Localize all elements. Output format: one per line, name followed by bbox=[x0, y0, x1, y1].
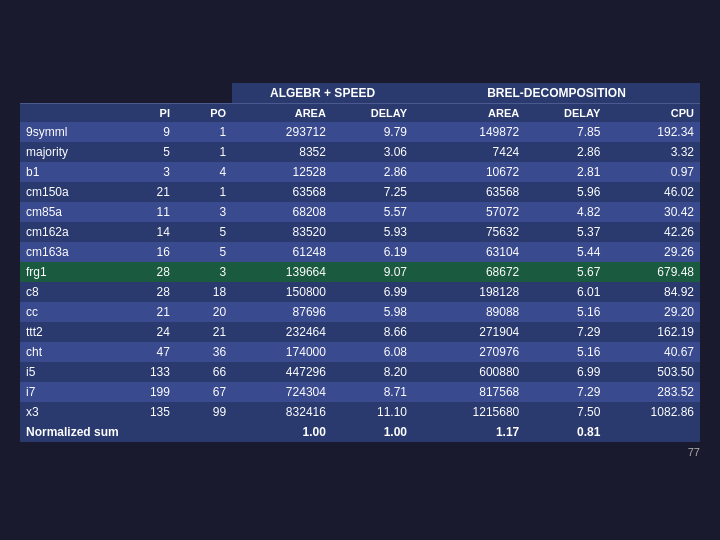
row-area2: 271904 bbox=[413, 322, 525, 342]
row-cpu: 40.67 bbox=[606, 342, 700, 362]
empty-col1 bbox=[20, 83, 232, 104]
row-name: cm150a bbox=[20, 182, 120, 202]
row-po: 66 bbox=[176, 362, 232, 382]
row-cpu: 46.02 bbox=[606, 182, 700, 202]
row-delay2: 5.16 bbox=[525, 302, 606, 322]
row-name: frg1 bbox=[20, 262, 120, 282]
row-delay1: 2.86 bbox=[332, 162, 413, 182]
row-name: x3 bbox=[20, 402, 120, 422]
table-row: 9symml912937129.791498727.85192.34 bbox=[20, 122, 700, 142]
row-area2: 89088 bbox=[413, 302, 525, 322]
row-name: i7 bbox=[20, 382, 120, 402]
row-po: 18 bbox=[176, 282, 232, 302]
row-pi: 135 bbox=[120, 402, 176, 422]
row-cpu: 29.26 bbox=[606, 242, 700, 262]
row-area1: 87696 bbox=[232, 302, 332, 322]
row-po: 4 bbox=[176, 162, 232, 182]
col-area2: AREA bbox=[413, 103, 525, 122]
row-po: 3 bbox=[176, 262, 232, 282]
row-po: 21 bbox=[176, 322, 232, 342]
row-delay1: 8.71 bbox=[332, 382, 413, 402]
table-row: cc2120876965.98890885.1629.20 bbox=[20, 302, 700, 322]
row-area1: 68208 bbox=[232, 202, 332, 222]
row-po: 1 bbox=[176, 142, 232, 162]
row-pi: 199 bbox=[120, 382, 176, 402]
row-delay1: 9.07 bbox=[332, 262, 413, 282]
row-area1: 832416 bbox=[232, 402, 332, 422]
row-delay2: 5.96 bbox=[525, 182, 606, 202]
footer-area1: 1.00 bbox=[232, 422, 332, 442]
row-area2: 10672 bbox=[413, 162, 525, 182]
table-row: c828181508006.991981286.0184.92 bbox=[20, 282, 700, 302]
row-delay2: 5.44 bbox=[525, 242, 606, 262]
col-delay1: DELAY bbox=[332, 103, 413, 122]
table-row: cm85a113682085.57570724.8230.42 bbox=[20, 202, 700, 222]
row-name: cht bbox=[20, 342, 120, 362]
row-delay1: 5.57 bbox=[332, 202, 413, 222]
row-cpu: 1082.86 bbox=[606, 402, 700, 422]
row-area1: 61248 bbox=[232, 242, 332, 262]
row-delay1: 7.25 bbox=[332, 182, 413, 202]
row-pi: 21 bbox=[120, 182, 176, 202]
row-cpu: 283.52 bbox=[606, 382, 700, 402]
row-cpu: 162.19 bbox=[606, 322, 700, 342]
table-row: i5133664472968.206008806.99503.50 bbox=[20, 362, 700, 382]
col-area1: AREA bbox=[232, 103, 332, 122]
table-row: majority5183523.0674242.863.32 bbox=[20, 142, 700, 162]
row-delay1: 11.10 bbox=[332, 402, 413, 422]
row-delay1: 9.79 bbox=[332, 122, 413, 142]
row-area2: 75632 bbox=[413, 222, 525, 242]
row-name: cc bbox=[20, 302, 120, 322]
row-area2: 600880 bbox=[413, 362, 525, 382]
row-pi: 5 bbox=[120, 142, 176, 162]
col-pi: PI bbox=[120, 103, 176, 122]
row-cpu: 192.34 bbox=[606, 122, 700, 142]
row-cpu: 29.20 bbox=[606, 302, 700, 322]
table-row: x31359983241611.1012156807.501082.86 bbox=[20, 402, 700, 422]
row-pi: 21 bbox=[120, 302, 176, 322]
row-delay2: 4.82 bbox=[525, 202, 606, 222]
row-name: cm85a bbox=[20, 202, 120, 222]
algebr-speed-header: ALGEBR + SPEED bbox=[232, 83, 413, 104]
row-delay2: 6.01 bbox=[525, 282, 606, 302]
table-row: ttt224212324648.662719047.29162.19 bbox=[20, 322, 700, 342]
row-area1: 232464 bbox=[232, 322, 332, 342]
col-delay2: DELAY bbox=[525, 103, 606, 122]
table-row: cm163a165612486.19631045.4429.26 bbox=[20, 242, 700, 262]
row-area2: 817568 bbox=[413, 382, 525, 402]
row-delay2: 5.16 bbox=[525, 342, 606, 362]
row-delay1: 6.99 bbox=[332, 282, 413, 302]
row-cpu: 679.48 bbox=[606, 262, 700, 282]
row-pi: 11 bbox=[120, 202, 176, 222]
row-delay2: 5.67 bbox=[525, 262, 606, 282]
row-po: 1 bbox=[176, 122, 232, 142]
row-name: b1 bbox=[20, 162, 120, 182]
row-delay2: 7.29 bbox=[525, 322, 606, 342]
row-area2: 63568 bbox=[413, 182, 525, 202]
row-delay2: 7.50 bbox=[525, 402, 606, 422]
header-top-row: ALGEBR + SPEED BREL-DECOMPOSITION bbox=[20, 83, 700, 104]
row-name: cm163a bbox=[20, 242, 120, 262]
row-area2: 270976 bbox=[413, 342, 525, 362]
col-po: PO bbox=[176, 103, 232, 122]
row-pi: 133 bbox=[120, 362, 176, 382]
row-cpu: 42.26 bbox=[606, 222, 700, 242]
row-cpu: 30.42 bbox=[606, 202, 700, 222]
table-row: frg12831396649.07686725.67679.48 bbox=[20, 262, 700, 282]
table-row: cm150a211635687.25635685.9646.02 bbox=[20, 182, 700, 202]
page-number: 77 bbox=[20, 446, 700, 458]
row-area1: 150800 bbox=[232, 282, 332, 302]
header-sub-row: PI PO AREA DELAY AREA DELAY CPU bbox=[20, 103, 700, 122]
col-name bbox=[20, 103, 120, 122]
footer-area2: 1.17 bbox=[413, 422, 525, 442]
row-area1: 293712 bbox=[232, 122, 332, 142]
row-pi: 9 bbox=[120, 122, 176, 142]
table-row: cm162a145835205.93756325.3742.26 bbox=[20, 222, 700, 242]
row-area2: 198128 bbox=[413, 282, 525, 302]
row-name: ttt2 bbox=[20, 322, 120, 342]
row-po: 3 bbox=[176, 202, 232, 222]
row-delay1: 6.08 bbox=[332, 342, 413, 362]
row-area2: 63104 bbox=[413, 242, 525, 262]
row-pi: 16 bbox=[120, 242, 176, 262]
row-name: majority bbox=[20, 142, 120, 162]
